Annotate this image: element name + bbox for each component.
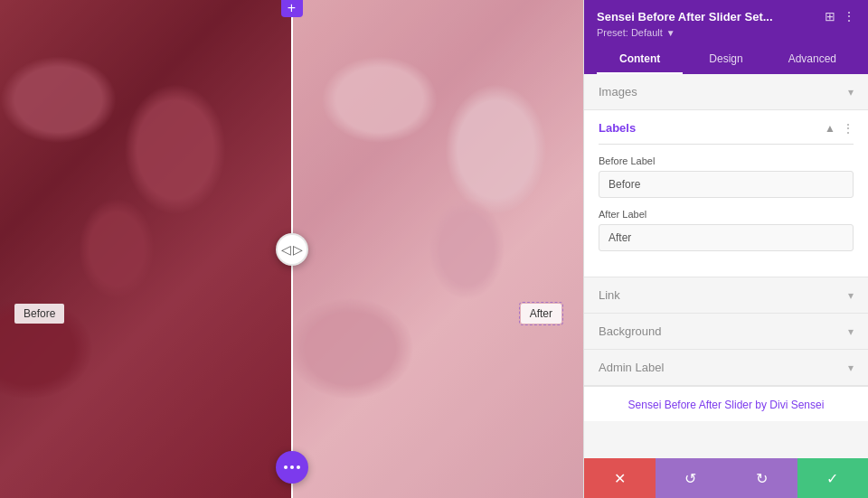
section-link-label: Link bbox=[599, 288, 620, 302]
preset-chevron-icon: ▼ bbox=[666, 28, 675, 38]
section-admin-label[interactable]: Admin Label ▾ bbox=[584, 350, 868, 386]
after-label: After bbox=[521, 304, 561, 324]
footer-link[interactable]: Sensei Before After Slider by Divi Sense… bbox=[628, 399, 825, 411]
panel-footer: Sensei Before After Slider by Divi Sense… bbox=[584, 386, 868, 421]
labels-more-icon[interactable]: ⋮ bbox=[843, 122, 854, 135]
admin-label-chevron-icon: ▾ bbox=[848, 362, 854, 374]
action-bar: ✕ ↺ ↻ ✓ bbox=[584, 458, 868, 498]
after-label-field-group: After Label bbox=[599, 209, 854, 251]
preview-after bbox=[292, 0, 584, 498]
after-label-input[interactable] bbox=[599, 224, 854, 251]
preset-label: Preset: Default bbox=[597, 27, 663, 38]
section-labels-expanded: Labels ▲ ⋮ Before Label After Label bbox=[584, 110, 868, 277]
settings-panel: Sensei Before After Slider Set... ⊞ ⋮ Pr… bbox=[583, 0, 868, 498]
labels-title: Labels bbox=[599, 121, 636, 135]
before-label-field-label: Before Label bbox=[599, 155, 854, 166]
fab-button[interactable] bbox=[276, 451, 308, 484]
preview-area: + ◁▷ Before After bbox=[0, 0, 583, 498]
before-overlay bbox=[0, 0, 292, 498]
images-chevron-icon: ▾ bbox=[848, 86, 854, 99]
section-link[interactable]: Link ▾ bbox=[584, 277, 868, 314]
panel-tabs: Content Design Advanced bbox=[597, 45, 855, 74]
divider-handle[interactable]: ◁▷ bbox=[276, 233, 308, 266]
save-icon: ✓ bbox=[826, 470, 838, 487]
panel-title: Sensei Before After Slider Set... bbox=[597, 10, 825, 23]
after-label-field-label: After Label bbox=[599, 209, 854, 220]
after-overlay bbox=[292, 0, 584, 498]
close-button[interactable]: ✕ bbox=[584, 458, 656, 498]
labels-icons: ▲ ⋮ bbox=[825, 122, 854, 135]
plus-icon: + bbox=[288, 0, 296, 16]
before-label-input[interactable] bbox=[599, 171, 854, 198]
tab-content[interactable]: Content bbox=[597, 45, 683, 74]
link-chevron-icon: ▾ bbox=[848, 289, 854, 302]
section-images-label: Images bbox=[599, 85, 637, 99]
section-background-label: Background bbox=[599, 324, 661, 338]
fab-dots-icon bbox=[284, 465, 300, 469]
section-admin-label-label: Admin Label bbox=[599, 361, 664, 374]
panel-title-row: Sensei Before After Slider Set... ⊞ ⋮ bbox=[597, 9, 855, 23]
before-label: Before bbox=[14, 304, 64, 324]
handle-arrows-icon: ◁▷ bbox=[281, 242, 303, 257]
tab-design[interactable]: Design bbox=[683, 45, 769, 74]
labels-collapse-icon[interactable]: ▲ bbox=[825, 122, 835, 135]
close-icon: ✕ bbox=[614, 470, 626, 487]
grid-icon[interactable]: ⊞ bbox=[825, 9, 835, 23]
panel-preset[interactable]: Preset: Default ▼ bbox=[597, 27, 855, 38]
redo-icon: ↻ bbox=[756, 470, 768, 487]
background-chevron-icon: ▾ bbox=[848, 325, 854, 338]
after-label-wrapper: After bbox=[521, 304, 561, 324]
before-label-field-group: Before Label bbox=[599, 155, 854, 198]
section-images[interactable]: Images ▾ bbox=[584, 74, 868, 110]
preview-before bbox=[0, 0, 292, 498]
panel-body: Images ▾ Labels ▲ ⋮ Before Label After L… bbox=[584, 74, 868, 458]
more-icon[interactable]: ⋮ bbox=[843, 9, 855, 23]
section-background[interactable]: Background ▾ bbox=[584, 314, 868, 350]
tab-advanced[interactable]: Advanced bbox=[769, 45, 855, 74]
undo-icon: ↺ bbox=[684, 470, 696, 487]
panel-title-icons: ⊞ ⋮ bbox=[825, 9, 855, 23]
add-element-button[interactable]: + bbox=[281, 0, 303, 17]
panel-header: Sensei Before After Slider Set... ⊞ ⋮ Pr… bbox=[584, 0, 868, 74]
labels-header: Labels ▲ ⋮ bbox=[599, 110, 854, 145]
save-button[interactable]: ✓ bbox=[797, 458, 869, 498]
undo-button[interactable]: ↺ bbox=[656, 458, 727, 498]
redo-button[interactable]: ↻ bbox=[726, 458, 797, 498]
